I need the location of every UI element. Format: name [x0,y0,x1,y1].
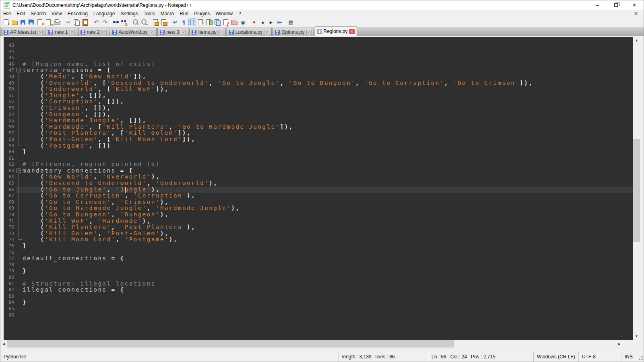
copy-button[interactable] [73,19,80,26]
line-number[interactable]: 65 [4,180,16,187]
menu-item-help[interactable]: ? [235,10,244,17]
start-recording-button[interactable] [250,19,258,26]
tab-new-2[interactable]: new 2× [78,28,109,36]
tab-close-icon[interactable]: × [37,30,43,35]
line-number[interactable]: 80 [4,274,16,281]
close-button[interactable]: × [625,0,644,10]
line-number[interactable]: 85 [4,306,16,312]
menu-item-tools[interactable]: Tools [141,10,158,17]
line-number[interactable]: 60 [4,149,16,155]
line-number[interactable]: 71 [4,218,16,224]
folder-as-workspace-button[interactable] [231,19,238,26]
tab-close-icon[interactable]: × [70,30,75,35]
tab-close-icon[interactable]: × [101,30,107,35]
menu-item-search[interactable]: Search [28,10,49,17]
line-number[interactable]: 61 [4,155,16,162]
fold-collapse-icon[interactable] [16,67,23,74]
find-button[interactable] [112,19,120,26]
menu-item-language[interactable]: Language [91,10,118,17]
show-all-characters-button[interactable] [180,19,188,26]
vertical-scrollbar[interactable]: ▲ ▼ [633,37,640,340]
tab-close-icon[interactable]: × [218,30,223,35]
close-file-button[interactable] [36,19,44,26]
scroll-right-arrow[interactable]: ▶ [616,340,623,348]
line-number[interactable]: 68 [4,199,16,206]
line-number[interactable]: 55 [4,117,16,124]
playback-button[interactable] [267,19,275,26]
line-number[interactable]: 51 [4,93,16,99]
horizontal-scrollbar-thumb[interactable] [7,340,454,348]
line-number[interactable]: 45 [4,55,16,61]
line-number[interactable]: 78 [4,262,16,268]
zoom-in-button[interactable] [132,19,140,26]
status-encoding[interactable]: UTF-8 [578,352,621,362]
new-file-button[interactable] [2,19,10,26]
restore-button[interactable] [607,0,625,10]
tab-close-icon[interactable]: × [149,30,154,35]
line-number[interactable]: 46 [4,61,16,68]
user-defined-language-button[interactable] [197,19,204,26]
line-number[interactable]: 53 [4,105,16,111]
horizontal-scrollbar[interactable]: ◀ ▶ [0,340,623,348]
paste-button[interactable] [81,19,89,26]
cut-button[interactable] [64,19,72,26]
line-number[interactable]: 86 [4,312,16,319]
scroll-down-arrow[interactable]: ▼ [633,333,640,340]
status-insert-mode[interactable]: INS [621,352,637,362]
fold-collapse-icon[interactable] [16,168,23,174]
menu-item-plugins[interactable]: Plugins [191,10,213,17]
line-number[interactable]: 62 [4,161,16,168]
line-number[interactable]: 50 [4,86,16,93]
run-macro-multiple-button[interactable] [276,19,283,26]
menu-item-edit[interactable]: Edit [14,10,28,17]
tab-autoworld-py[interactable]: AutoWorld.py× [110,28,157,36]
status-eol-format[interactable]: Windows (CR LF) [533,352,578,362]
line-number[interactable]: 47 [4,67,16,74]
tab-regions-py[interactable]: Regions.py× [315,26,357,36]
line-number[interactable]: 72 [4,224,16,230]
line-number[interactable]: 79 [4,268,16,274]
menu-item-file[interactable]: File [0,10,14,17]
line-number[interactable]: 75 [4,243,16,249]
tab-new-1[interactable]: new 1× [46,28,77,36]
print-button[interactable] [53,19,61,26]
line-number[interactable]: 84 [4,299,16,306]
line-number[interactable]: 74 [4,237,16,243]
tab-close-icon[interactable]: × [264,30,269,35]
line-number[interactable]: 48 [4,74,16,80]
replace-button[interactable] [121,19,128,26]
menu-item-run[interactable]: Run [177,10,191,17]
line-number[interactable]: 54 [4,111,16,118]
line-number[interactable]: 76 [4,249,16,256]
line-number[interactable]: 77 [4,255,16,262]
monitoring-button[interactable] [239,19,247,26]
show-indent-guide-button[interactable] [188,19,196,26]
tab-items-py[interactable]: Items.py× [189,28,225,36]
line-number[interactable]: 44 [4,49,16,55]
line-number[interactable]: 63 [4,168,16,174]
tab-ap-ideas-txt[interactable]: AP Ideas.txt× [1,28,45,36]
minimize-button[interactable]: – [588,0,607,10]
stop-recording-button[interactable] [259,19,266,26]
line-number[interactable]: 70 [4,212,16,218]
tab-close-icon[interactable]: × [181,30,186,35]
menu-item-window[interactable]: Window [213,10,236,17]
tab-new-3[interactable]: new 3× [157,28,188,36]
code-editor[interactable]: 43444546# (Region name, list of exits)47… [4,37,633,340]
line-number[interactable]: 49 [4,80,16,86]
tab-locations-py[interactable]: Locations.py× [227,28,272,36]
save-all-button[interactable] [28,19,35,26]
undo-button[interactable] [93,19,100,26]
line-number[interactable]: 83 [4,293,16,300]
menu-item-macro[interactable]: Macro [158,10,177,17]
zoom-out-button[interactable] [140,19,148,26]
sync-scroll-vertical-button[interactable] [152,19,159,26]
line-number[interactable]: 43 [4,42,16,49]
open-file-button[interactable] [11,19,19,26]
close-all-button[interactable] [45,19,52,26]
line-number[interactable]: 69 [4,205,16,212]
redo-button[interactable] [101,19,109,26]
line-number[interactable]: 58 [4,136,16,143]
save-recorded-macro-button[interactable] [287,19,295,26]
menu-item-settings[interactable]: Settings [118,10,140,17]
